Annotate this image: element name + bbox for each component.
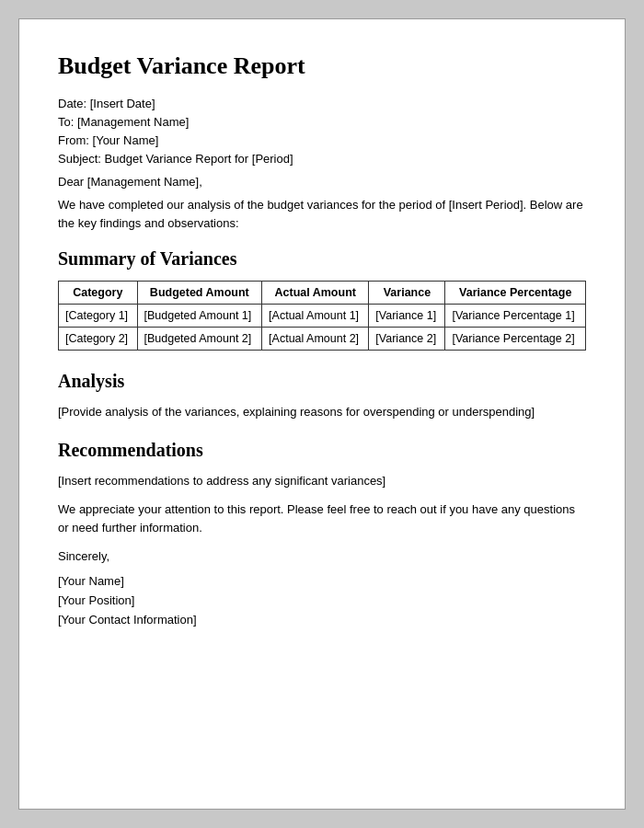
report-title: Budget Variance Report bbox=[58, 52, 586, 80]
analysis-heading: Analysis bbox=[58, 371, 586, 392]
analysis-body: [Provide analysis of the variances, expl… bbox=[58, 403, 586, 421]
table-cell: [Variance 1] bbox=[369, 305, 445, 328]
sincerely-line: Sincerely, bbox=[58, 549, 586, 563]
recommendations-heading: Recommendations bbox=[58, 440, 586, 461]
table-cell: [Budgeted Amount 1] bbox=[137, 305, 262, 328]
intro-paragraph: We have completed our analysis of the bu… bbox=[58, 196, 586, 232]
table-cell: [Variance Percentage 1] bbox=[445, 305, 586, 328]
table-cell: [Variance 2] bbox=[369, 328, 445, 351]
table-header-row: Category Budgeted Amount Actual Amount V… bbox=[59, 282, 586, 305]
table-cell: [Category 1] bbox=[59, 305, 138, 328]
greeting: Dear [Management Name], bbox=[58, 175, 586, 189]
meta-subject: Subject: Budget Variance Report for [Per… bbox=[58, 152, 586, 166]
signature-block: [Your Name] [Your Position] [Your Contac… bbox=[58, 572, 586, 629]
col-header-variance: Variance bbox=[369, 282, 445, 305]
meta-from: From: [Your Name] bbox=[58, 133, 586, 147]
signature-contact: [Your Contact Information] bbox=[58, 611, 586, 630]
signature-position: [Your Position] bbox=[58, 592, 586, 611]
meta-to: To: [Management Name] bbox=[58, 115, 586, 129]
table-cell: [Actual Amount 1] bbox=[262, 305, 369, 328]
table-cell: [Budgeted Amount 2] bbox=[137, 328, 262, 351]
col-header-category: Category bbox=[59, 282, 138, 305]
table-cell: [Actual Amount 2] bbox=[262, 328, 369, 351]
variance-table: Category Budgeted Amount Actual Amount V… bbox=[58, 281, 586, 351]
closing-paragraph: We appreciate your attention to this rep… bbox=[58, 500, 586, 536]
col-header-budgeted: Budgeted Amount bbox=[137, 282, 262, 305]
col-header-actual: Actual Amount bbox=[262, 282, 369, 305]
report-page: Budget Variance Report Date: [Insert Dat… bbox=[18, 18, 626, 810]
table-row: [Category 1][Budgeted Amount 1][Actual A… bbox=[59, 305, 586, 328]
col-header-variance-pct: Variance Percentage bbox=[445, 282, 586, 305]
summary-heading: Summary of Variances bbox=[58, 248, 586, 270]
table-row: [Category 2][Budgeted Amount 2][Actual A… bbox=[59, 328, 586, 351]
table-cell: [Variance Percentage 2] bbox=[445, 328, 586, 351]
meta-date: Date: [Insert Date] bbox=[58, 97, 586, 110]
table-cell: [Category 2] bbox=[59, 328, 138, 351]
recommendations-body: [Insert recommendations to address any s… bbox=[58, 472, 586, 490]
signature-name: [Your Name] bbox=[58, 572, 586, 592]
